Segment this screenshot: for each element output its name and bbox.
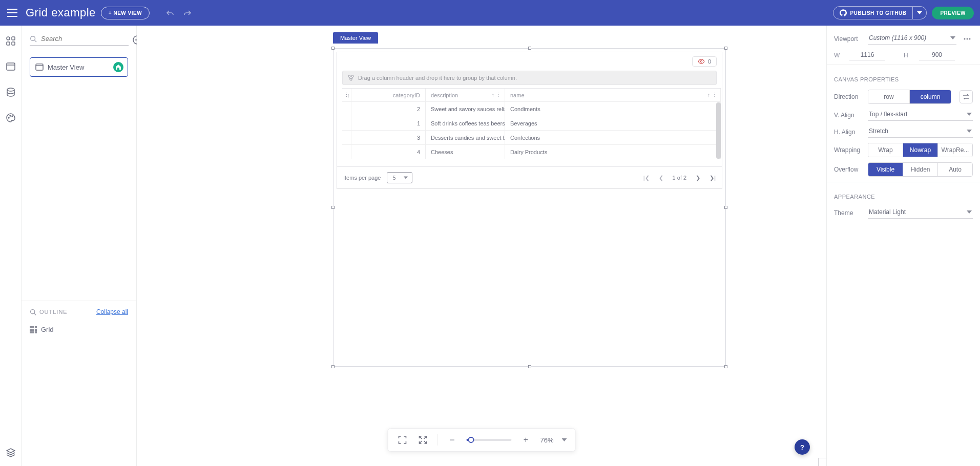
viewport-label: Viewport <box>834 35 863 43</box>
svg-point-28 <box>350 78 352 80</box>
svg-rect-18 <box>35 326 37 328</box>
table-row[interactable]: 1Soft drinks coffees teas beers and al..… <box>342 116 721 131</box>
preview-button[interactable]: PREVIEW <box>932 7 974 19</box>
zoom-dropdown-icon[interactable] <box>562 438 567 441</box>
items-per-page-select[interactable]: 5 <box>387 172 412 183</box>
zoom-in-button[interactable]: + <box>519 434 532 446</box>
publish-options-button[interactable] <box>913 6 927 19</box>
rail-components-icon[interactable] <box>5 35 17 47</box>
new-view-button[interactable]: + NEW VIEW <box>101 7 150 19</box>
fullscreen-icon[interactable] <box>416 434 429 446</box>
wrapping-segmented: Wrap Nowrap WrapRe... <box>868 143 973 157</box>
redo-icon[interactable] <box>181 7 194 19</box>
width-input[interactable] <box>849 50 885 60</box>
svg-point-26 <box>348 75 350 77</box>
wrapreverse-button[interactable]: WrapRe... <box>938 143 972 157</box>
outline-item-label: Grid <box>41 326 54 333</box>
rail-layers-icon[interactable] <box>5 447 17 459</box>
undo-icon[interactable] <box>164 7 176 19</box>
views-panel: Master View OUTLINE Collapse all Grid <box>22 26 137 466</box>
scrollbar[interactable] <box>716 102 721 159</box>
pager-first-icon[interactable]: |❮ <box>643 175 650 181</box>
menu-icon[interactable] <box>6 7 18 19</box>
svg-rect-2 <box>7 16 17 17</box>
viewport-select[interactable]: Custom (1116 x 900) <box>868 33 956 45</box>
grid-component[interactable]: 0 Drag a column header and drop it here … <box>337 52 722 189</box>
overflow-segmented: Visible Hidden Auto <box>868 162 973 177</box>
svg-point-11 <box>12 116 13 117</box>
chevron-down-icon <box>967 210 972 214</box>
zoom-out-button[interactable]: − <box>446 434 458 446</box>
rail-theme-icon[interactable] <box>5 112 17 124</box>
pager-next-icon[interactable]: ❯ <box>696 175 700 181</box>
data-grid[interactable]: ⋮↑ categoryID description↑ ⋮ name↑ ⋮ 2Sw… <box>342 88 721 159</box>
outline-item[interactable]: Grid <box>30 324 128 335</box>
column-header-id[interactable]: categoryID <box>351 89 426 102</box>
table-row[interactable]: 3Desserts candies and sweet breadsConfec… <box>342 131 721 145</box>
height-label: H <box>904 52 911 59</box>
section-appearance: APPEARANCE <box>834 194 973 200</box>
app-title: Grid example <box>26 6 96 19</box>
group-icon <box>348 75 354 81</box>
search-input[interactable] <box>40 34 129 43</box>
svg-rect-5 <box>7 42 10 45</box>
column-header-description[interactable]: description↑ ⋮ <box>426 89 505 102</box>
svg-rect-22 <box>30 331 32 333</box>
svg-point-10 <box>10 115 11 116</box>
overflow-auto-button[interactable]: Auto <box>938 163 972 176</box>
table-row[interactable]: 4CheesesDairy Products <box>342 145 721 159</box>
svg-point-25 <box>700 60 702 62</box>
svg-point-15 <box>31 309 35 313</box>
halign-label: H. Align <box>834 129 863 136</box>
publish-github-button[interactable]: PUBLISH TO GITHUB <box>833 6 913 19</box>
views-search[interactable] <box>30 34 129 46</box>
svg-rect-14 <box>36 64 43 70</box>
swap-axes-button[interactable] <box>960 90 973 103</box>
chevron-down-icon <box>967 130 972 133</box>
hidden-columns-badge[interactable]: 0 <box>692 56 717 67</box>
zoom-slider[interactable] <box>466 439 511 441</box>
width-label: W <box>834 52 841 59</box>
help-fab[interactable]: ? <box>795 439 810 455</box>
outline-header: OUTLINE Collapse all <box>22 301 136 317</box>
nowrap-button[interactable]: Nowrap <box>903 143 938 157</box>
height-input[interactable] <box>919 50 955 60</box>
svg-point-9 <box>8 117 9 118</box>
svg-rect-0 <box>7 9 17 10</box>
rail-data-icon[interactable] <box>5 86 17 98</box>
rail-views-icon[interactable] <box>5 60 17 73</box>
wrap-button[interactable]: Wrap <box>868 143 903 157</box>
eye-icon <box>698 59 705 64</box>
pager-prev-icon[interactable]: ❮ <box>659 175 663 181</box>
resize-grip-icon <box>818 458 826 466</box>
valign-select[interactable]: Top / flex-start <box>868 109 973 121</box>
overflow-hidden-button[interactable]: Hidden <box>903 163 938 176</box>
svg-rect-16 <box>30 326 32 328</box>
svg-rect-24 <box>35 331 37 333</box>
artboard[interactable]: Master View 0 Drag a column header and d… <box>333 49 725 366</box>
direction-row-button[interactable]: row <box>868 90 910 103</box>
direction-column-button[interactable]: column <box>910 90 951 103</box>
halign-select[interactable]: Stretch <box>868 126 973 138</box>
svg-rect-23 <box>32 331 34 333</box>
fit-screen-icon[interactable] <box>396 434 408 446</box>
zoom-value: 76% <box>540 436 553 444</box>
table-row[interactable]: 2Sweet and savory sauces relishes sp...C… <box>342 102 721 116</box>
canvas-area[interactable]: Master View 0 Drag a column header and d… <box>137 26 826 466</box>
group-by-bar[interactable]: Drag a column header and drop it here to… <box>342 71 717 85</box>
svg-point-8 <box>7 88 14 91</box>
window-icon <box>35 63 44 71</box>
theme-select[interactable]: Material Light <box>868 207 973 219</box>
overflow-visible-button[interactable]: Visible <box>868 163 903 176</box>
home-badge-icon <box>113 62 123 72</box>
collapse-all-link[interactable]: Collapse all <box>96 308 128 315</box>
column-drag-header[interactable]: ⋮↑ <box>342 89 351 102</box>
viewport-more-icon[interactable] <box>962 38 973 40</box>
github-icon <box>840 9 847 16</box>
section-canvas-props: CANVAS PROPERTIES <box>834 76 973 82</box>
pager-last-icon[interactable]: ❯| <box>710 175 716 181</box>
theme-label: Theme <box>834 209 863 217</box>
direction-label: Direction <box>834 93 863 100</box>
column-header-name[interactable]: name↑ ⋮ <box>505 89 721 102</box>
view-item-master[interactable]: Master View <box>30 57 128 77</box>
